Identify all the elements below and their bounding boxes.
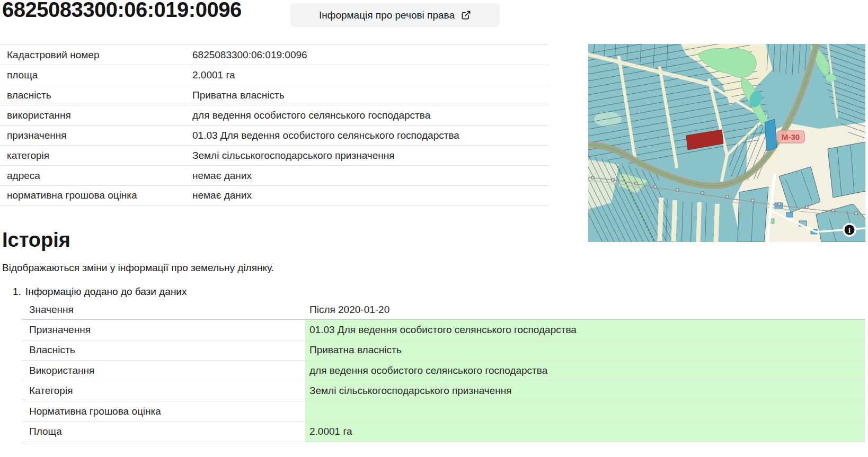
row-label: адреса — [0, 170, 192, 182]
property-rights-button-label: Інформація про речові права — [319, 10, 455, 21]
external-link-icon — [461, 10, 471, 20]
svg-text:М-30: М-30 — [782, 132, 800, 141]
row-value: немає даних — [192, 170, 549, 182]
table-row: власність Приватна власність — [0, 85, 549, 105]
history-row: Категорія Землі сільськогосподарського п… — [22, 381, 865, 402]
history-item: 1. Інформацію додано до бази даних — [13, 286, 187, 298]
row-value: для ведення особистого селянського госпо… — [192, 110, 549, 121]
row-value: Приватна власність — [305, 340, 865, 361]
row-value: Землі сільськогосподарського призначення — [305, 381, 865, 401]
table-row: нормативна грошова оцінка немає даних — [0, 185, 549, 205]
svg-text:i: i — [848, 227, 851, 235]
row-value: Приватна власність — [192, 89, 549, 101]
row-value: Землі сільськогосподарського призначення — [192, 150, 549, 162]
row-label: Площа — [22, 422, 305, 442]
row-label: Призначення — [22, 320, 305, 340]
history-row: Нормативна грошова оцінка — [22, 401, 865, 422]
history-row: Площа 2.0001 га — [22, 422, 865, 443]
row-label: Використання — [22, 361, 305, 381]
history-row: Власність Приватна власність — [22, 340, 865, 361]
header-value: Після 2020-01-20 — [305, 304, 865, 316]
row-value: 01.03 Для ведення особистого селянського… — [305, 320, 865, 340]
row-label: площа — [0, 69, 192, 81]
row-label: використання — [0, 110, 192, 121]
history-item-index: 1. — [13, 286, 21, 298]
history-table: Значення Після 2020-01-20 Призначення 01… — [22, 300, 865, 442]
row-label: нормативна грошова оцінка — [0, 190, 192, 201]
table-row: адреса немає даних — [0, 165, 549, 185]
row-label: власність — [0, 89, 192, 101]
history-row: Призначення 01.03 Для ведення особистого… — [22, 320, 865, 340]
history-description: Відображаються зміни у інформації про зе… — [2, 262, 274, 274]
header-label: Значення — [22, 304, 305, 316]
map-info-button[interactable]: i — [843, 223, 856, 237]
row-value: 2.0001 га — [305, 422, 865, 442]
row-value — [305, 401, 865, 422]
row-value: 2.0001 га — [192, 69, 549, 81]
row-label: Кадастровий номер — [0, 49, 192, 61]
row-value: 01.03 Для ведення особистого селянського… — [192, 130, 549, 141]
property-rights-button[interactable]: Інформація про речові права — [290, 3, 500, 27]
table-row: категорія Землі сільськогосподарського п… — [0, 145, 549, 165]
history-heading: Історія — [2, 229, 70, 252]
row-label: призначення — [0, 130, 192, 141]
row-label: Нормативна грошова оцінка — [22, 401, 305, 422]
table-row: використання для ведення особистого селя… — [0, 105, 549, 125]
road-badge-m30: М-30 — [777, 131, 804, 143]
table-row: Кадастровий номер 6825083300:06:019:0096 — [0, 44, 549, 65]
page-title: 6825083300:06:019:0096 — [2, 0, 242, 22]
row-value: для ведення особистого селянського госпо… — [305, 361, 865, 381]
history-table-header: Значення Після 2020-01-20 — [22, 300, 865, 320]
row-value: 6825083300:06:019:0096 — [192, 49, 549, 61]
table-row: площа 2.0001 га — [0, 65, 549, 85]
row-label: Категорія — [22, 381, 305, 401]
table-row: призначення 01.03 Для ведення особистого… — [0, 125, 549, 145]
history-item-title: Інформацію додано до бази даних — [25, 286, 187, 298]
cadastral-map[interactable]: М-30 i — [588, 44, 865, 242]
history-row: Використання для ведення особистого селя… — [22, 361, 865, 381]
row-label: категорія — [0, 150, 192, 162]
parcel-details-table: Кадастровий номер 6825083300:06:019:0096… — [0, 44, 549, 205]
row-value: немає даних — [192, 190, 549, 201]
row-label: Власність — [22, 340, 305, 361]
